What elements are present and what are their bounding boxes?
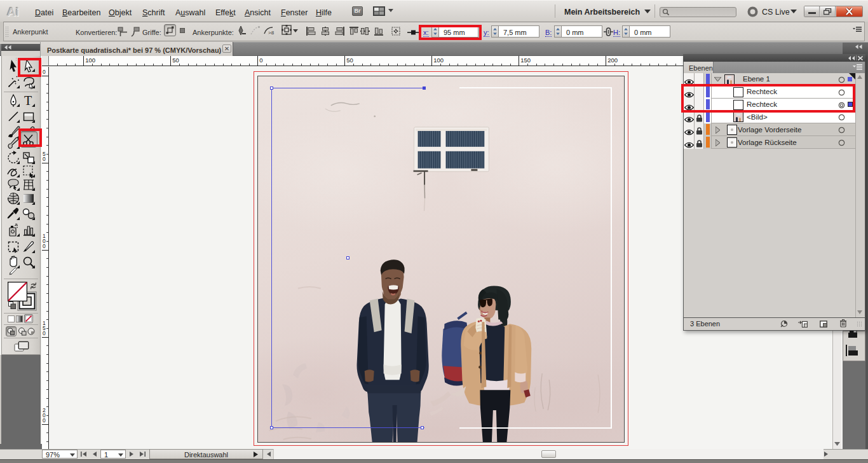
svg-text:>8: >8 bbox=[268, 30, 275, 36]
svg-text:T: T bbox=[24, 93, 32, 107]
